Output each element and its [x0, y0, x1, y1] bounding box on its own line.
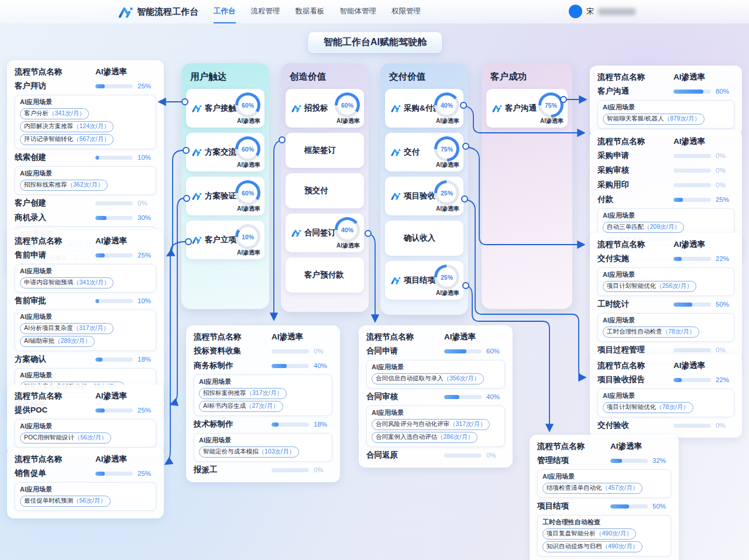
process-detail-card-customer-comm: 流程节点名称 AI渗透率 客户沟通 80% AI应用场景 智能聊天客服/机器人（…	[590, 66, 742, 136]
donut-caption: AI渗透率	[540, 117, 564, 125]
process-node-card[interactable]: 客户预付款	[286, 257, 364, 293]
process-node-row: 交付实施 22%	[597, 252, 734, 265]
node-name: 方案确认	[15, 354, 95, 365]
stage-title: 客户成功	[490, 71, 568, 83]
penetration-bar	[95, 408, 133, 413]
donut-value: 75%	[437, 139, 456, 159]
user-avatar[interactable]	[569, 5, 582, 18]
ai-scenario-box: 工时合理性自动检查 项目复盘智能分析（490次/月）知识自动提炼与归档（490次…	[537, 515, 671, 556]
ai-scenario-tags: 招投标线索推荐（362次/月）	[20, 178, 151, 191]
node-name: 工时统计	[597, 299, 674, 310]
penetration-bar	[674, 154, 711, 158]
node-name: 报派工	[194, 465, 272, 475]
donut-caption: AI渗透率	[336, 242, 360, 250]
penetration-bar	[272, 349, 309, 353]
ai-scenario-tag[interactable]: POC用例智能设计（56次/月）	[20, 432, 111, 444]
process-node-card[interactable]: 合同签订 40% AI渗透率	[286, 214, 364, 252]
penetration-bar	[674, 348, 711, 352]
ai-icon	[391, 276, 401, 284]
process-node-card[interactable]: 客户沟通 75% AI渗透率	[486, 89, 568, 128]
node-name: 售前审批	[15, 296, 95, 306]
ai-scenario-tag[interactable]: 自动三单匹配（209次/月）	[603, 222, 684, 233]
process-detail-card-project-close: 流程节点名称 AI渗透率 管理结项 32% AI应用场景 结项检查清单自动化（4…	[530, 435, 679, 560]
nav-item-1[interactable]: 流程管理	[251, 0, 280, 23]
ai-scenario-label: AI应用场景	[603, 211, 729, 220]
donut-value: 60%	[238, 95, 257, 115]
process-node-card[interactable]: 项目验收 25% AI渗透率	[385, 177, 463, 215]
process-node-row: 线索创建 10%	[15, 151, 156, 164]
ai-scenario-tag[interactable]: 申请内容智能预填（341次/月）	[20, 277, 114, 288]
penetration-bar	[272, 468, 309, 472]
process-detail-card-poc: 流程节点名称 AI渗透率 提供POC 25% AI应用场景 POC用例智能设计（…	[7, 384, 164, 455]
connector-bidding-to-bid-card	[274, 141, 279, 319]
node-name: 客户拜访	[15, 81, 95, 91]
ai-scenario-tag[interactable]: AI标书内容生成（27次/月）	[199, 401, 283, 412]
ai-scenario-tag[interactable]: AI辅助审批（289次/月）	[20, 336, 95, 347]
process-detail-card-acceptance: 流程节点名称 AI渗透率 项目验收报告 22% AI应用场景 项目计划智能优化（…	[590, 354, 742, 438]
process-node-row: 报派工 0%	[194, 463, 332, 476]
node-name: 交付验收	[597, 420, 674, 431]
node-name: 交付实施	[597, 253, 674, 264]
process-node-row: 客户沟通 80%	[597, 85, 734, 98]
penetration-value: 25%	[138, 252, 156, 259]
penetration-value: 32%	[652, 457, 671, 464]
ai-scenario-tag[interactable]: 合同案例入选自动评估（286次/月）	[372, 432, 477, 443]
nav-item-0[interactable]: 工作台	[214, 0, 236, 23]
ai-scenario-tags: 结项检查清单自动化（457次/月）	[542, 481, 666, 494]
penetration-bar	[444, 349, 482, 353]
ai-scenario-tag[interactable]: 项目复盘智能分析（490次/月）	[542, 528, 636, 540]
penetration-value: 18%	[314, 421, 332, 428]
penetration-value: 25%	[138, 407, 156, 414]
nav-item-3[interactable]: 智能体管理	[340, 0, 377, 23]
node-name: 付款	[597, 194, 674, 205]
ai-scenario-label: AI应用场景	[542, 472, 666, 481]
user-account[interactable]: 宋	[569, 5, 635, 18]
nav-item-4[interactable]: 权限管理	[391, 0, 421, 23]
ai-scenario-label: AI应用场景	[603, 270, 729, 279]
process-node-card[interactable]: 项目结项 25% AI渗透率	[385, 261, 463, 300]
process-node-card[interactable]: 客户立项 10% AI渗透率	[186, 221, 264, 259]
ai-scenario-tag[interactable]: 工时合理性自动检查（78次/月）	[603, 327, 699, 338]
ai-scenario-tag[interactable]: 客户分析（341次/月）	[20, 108, 89, 119]
donut-caption: AI渗透率	[436, 117, 459, 125]
process-node-card[interactable]: 方案交流 60% AI渗透率	[186, 133, 264, 171]
card-header: 流程节点名称 AI渗透率	[597, 136, 734, 147]
ai-scenario-tag[interactable]: 招投标案例推荐（317次/月）	[199, 388, 287, 399]
process-node-card[interactable]: 确认收入	[385, 221, 463, 256]
donut-value: 10%	[238, 227, 257, 246]
process-node-card[interactable]: 采购&付款 40% AI渗透率	[385, 89, 463, 128]
process-node-row: 合同审核 40%	[366, 390, 505, 403]
ai-scenario-tag[interactable]: 招投标线索推荐（362次/月）	[20, 180, 108, 191]
penetration-value: 0%	[314, 466, 332, 473]
ai-scenario-tag[interactable]: 知识自动提炼与归档（490次/月）	[542, 541, 643, 552]
process-node-card[interactable]: 招投标 60% AI渗透率	[286, 89, 364, 128]
ai-scenario-tags: 最佳促单时机预测（56次/月）	[20, 494, 151, 507]
nav-item-2[interactable]: 数据看板	[296, 0, 325, 23]
ai-scenario-box: AI应用场景 AI分析项目复杂度（317次/月）AI辅助审批（289次/月）	[15, 310, 156, 351]
ai-scenario-tag[interactable]: 智能定价与成本模拟（103次/月）	[199, 446, 299, 458]
app-title: 智能流程工作台	[137, 6, 198, 18]
ai-scenario-tag[interactable]: 智能聊天客服/机器人（879次/月）	[603, 114, 705, 125]
col-penetration: AI渗透率	[674, 239, 734, 250]
process-node-card[interactable]: 客户接触 60% AI渗透率	[186, 89, 264, 128]
ai-scenario-tag[interactable]: 最佳促单时机预测（56次/月）	[20, 496, 111, 507]
node-name: 项目结项	[537, 501, 610, 511]
ai-scenario-tag[interactable]: 项目计划智能优化（78次/月）	[603, 402, 693, 413]
ai-scenario-tag[interactable]: 合同风险评分与自动化评审（317次/月）	[372, 419, 490, 430]
penetration-bar	[674, 424, 711, 428]
col-node-name: 流程节点名称	[597, 239, 645, 250]
process-node-card[interactable]: 方案验证 60% AI渗透率	[186, 177, 264, 215]
col-penetration: AI渗透率	[95, 236, 156, 246]
process-node-card[interactable]: 预交付	[286, 173, 364, 208]
penetration-bar	[674, 257, 711, 261]
ai-scenario-tag[interactable]: 结项检查清单自动化（457次/月）	[542, 483, 643, 494]
ai-scenario-tag[interactable]: 内部解决方案推荐（124次/月）	[20, 121, 114, 132]
ai-scenario-tag[interactable]: AI分析项目复杂度（317次/月）	[20, 323, 114, 334]
ai-scenario-tag[interactable]: 合同信息自动提取与录入（356次/月）	[372, 373, 484, 384]
ai-scenario-tag[interactable]: 项目计划智能优化（256次/月）	[603, 281, 696, 292]
process-node-card[interactable]: 框架签订	[286, 133, 364, 168]
stage-column-user-reach: 用户触达 客户接触 60% AI渗透率 方案交流 60% AI渗透率 方案验证	[181, 63, 269, 309]
ai-scenario-tag[interactable]: 拜访记录智能转化（567次/月）	[20, 134, 114, 145]
ai-icon	[192, 236, 202, 244]
process-node-card[interactable]: 交付 75% AI渗透率	[385, 133, 463, 171]
